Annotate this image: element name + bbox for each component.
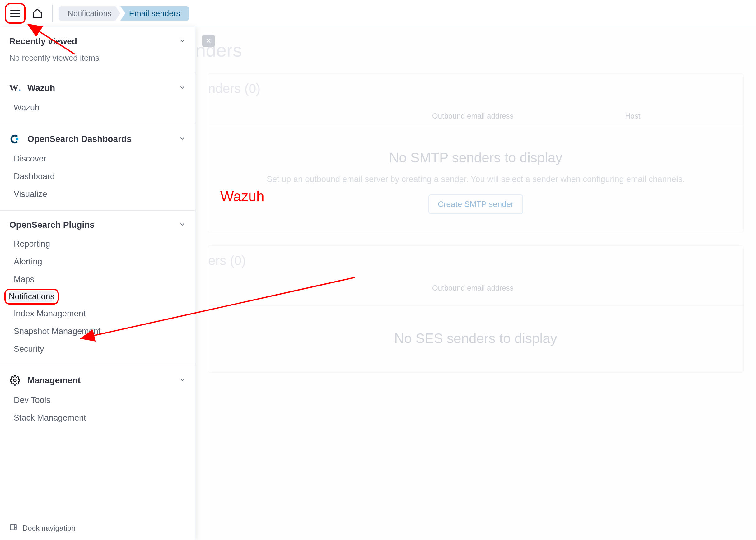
ses-table-header: Outbound email address AWS region [208, 281, 743, 306]
col-name [208, 284, 432, 301]
section-header-osd[interactable]: OpenSearch Dashboards [0, 130, 195, 148]
section-osd: OpenSearch Dashboards Discover Dashboard… [0, 124, 195, 210]
ses-panel-title: ers (0) [208, 253, 734, 268]
section-title: OpenSearch Plugins [9, 220, 94, 230]
create-smtp-sender-button[interactable]: Create SMTP sender [428, 195, 523, 214]
section-header-plugins[interactable]: OpenSearch Plugins [0, 216, 195, 234]
gear-icon [9, 375, 21, 386]
page-title: nders [195, 40, 744, 61]
recently-viewed-empty: No recently viewed items [0, 50, 195, 66]
home-button[interactable] [31, 7, 44, 20]
smtp-empty-heading: No SMTP senders to display [208, 150, 743, 166]
chevron-down-icon [179, 220, 186, 230]
wazuh-logo-icon: W. [9, 82, 21, 94]
nav-item-reporting[interactable]: Reporting [4, 235, 191, 253]
smtp-empty-subtext: Set up an outbound email server by creat… [208, 173, 743, 186]
smtp-table-header: Outbound email address Host [208, 108, 743, 125]
dock-label: Dock navigation [22, 524, 76, 533]
page-content: nders nders (0) Outbound email address H… [195, 27, 756, 540]
hamburger-menu-button[interactable] [5, 3, 26, 24]
section-recently-viewed: Recently viewed No recently viewed items [0, 27, 195, 73]
section-header-management[interactable]: Management [0, 371, 195, 390]
col-host: Host [625, 112, 743, 120]
nav-item-notifications[interactable]: Notifications [9, 291, 55, 302]
svg-point-1 [14, 379, 17, 382]
dock-navigation-button[interactable]: Dock navigation [0, 516, 195, 540]
chevron-down-icon [179, 375, 186, 385]
chevron-down-icon [179, 36, 186, 46]
nav-item-snapshot-management[interactable]: Snapshot Management [4, 323, 191, 340]
nav-item-index-management[interactable]: Index Management [4, 305, 191, 322]
section-title: Recently viewed [9, 36, 77, 46]
smtp-panel-title: nders (0) [208, 81, 734, 96]
close-nav-button[interactable] [202, 35, 215, 47]
nav-item-dashboard[interactable]: Dashboard [4, 168, 191, 185]
chevron-down-icon [179, 134, 186, 144]
breadcrumb-notifications[interactable]: Notifications [59, 6, 120, 21]
opensearch-logo-icon [9, 133, 21, 145]
nav-item-security[interactable]: Security [4, 340, 191, 358]
annotation-highlight-notifications: Notifications [4, 289, 59, 305]
divider [52, 5, 53, 22]
svg-point-0 [16, 138, 19, 141]
section-title: OpenSearch Dashboards [27, 134, 132, 144]
section-wazuh: W. Wazuh Wazuh [0, 73, 195, 124]
ses-empty-heading: No SES senders to display [208, 331, 743, 346]
breadcrumb-email-senders[interactable]: Email senders [120, 6, 189, 21]
col-outbound-email: Outbound email address [432, 284, 756, 301]
ses-senders-panel: ers (0) Outbound email address AWS regio… [208, 245, 744, 373]
nav-item-stack-management[interactable]: Stack Management [4, 409, 191, 427]
top-bar: Notifications Email senders [0, 0, 756, 27]
section-title: Wazuh [27, 83, 55, 93]
section-management: Management Dev Tools Stack Management [0, 365, 195, 434]
section-header-wazuh[interactable]: W. Wazuh [0, 79, 195, 97]
nav-item-maps[interactable]: Maps [4, 271, 191, 288]
breadcrumb: Notifications Email senders [59, 6, 189, 21]
section-plugins: OpenSearch Plugins Reporting Alerting Ma… [0, 210, 195, 365]
close-icon [205, 38, 212, 44]
col-name [208, 112, 432, 120]
ses-empty-state: No SES senders to display [208, 306, 743, 346]
chevron-down-icon [179, 83, 186, 93]
col-outbound-email: Outbound email address [432, 112, 625, 120]
nav-item-alerting[interactable]: Alerting [4, 253, 191, 270]
nav-item-visualize[interactable]: Visualize [4, 186, 191, 203]
smtp-senders-panel: nders (0) Outbound email address Host No… [208, 73, 744, 233]
home-icon [32, 8, 43, 19]
section-header-recently-viewed[interactable]: Recently viewed [0, 33, 195, 50]
hamburger-icon [10, 10, 20, 17]
nav-item-dev-tools[interactable]: Dev Tools [4, 392, 191, 409]
side-navigation: Recently viewed No recently viewed items… [0, 27, 195, 540]
nav-item-wazuh[interactable]: Wazuh [4, 99, 191, 116]
section-title: Management [27, 375, 80, 385]
dock-icon [9, 523, 17, 533]
smtp-empty-state: No SMTP senders to display Set up an out… [208, 125, 743, 214]
nav-item-discover[interactable]: Discover [4, 150, 191, 167]
